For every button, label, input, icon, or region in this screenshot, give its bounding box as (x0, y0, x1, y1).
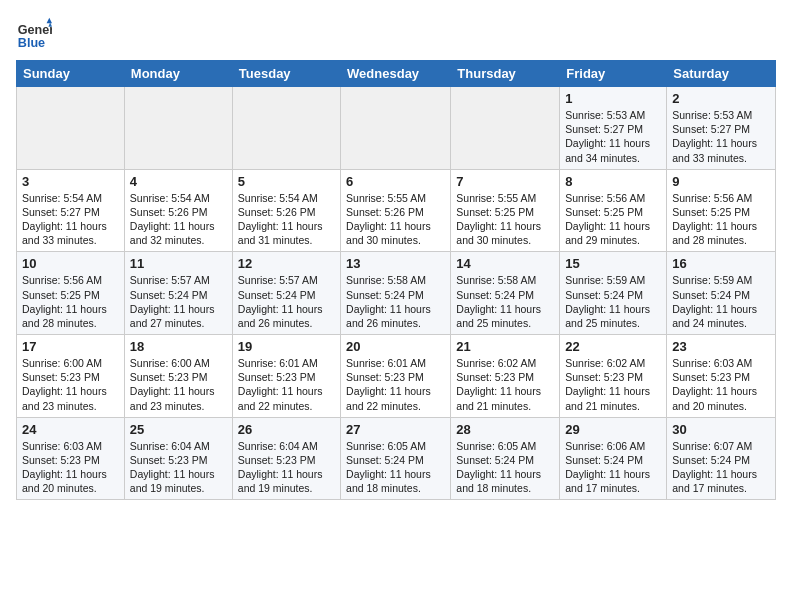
calendar-week-row: 24Sunrise: 6:03 AM Sunset: 5:23 PM Dayli… (17, 417, 776, 500)
calendar-cell: 11Sunrise: 5:57 AM Sunset: 5:24 PM Dayli… (124, 252, 232, 335)
calendar-cell: 22Sunrise: 6:02 AM Sunset: 5:23 PM Dayli… (560, 335, 667, 418)
calendar-cell: 29Sunrise: 6:06 AM Sunset: 5:24 PM Dayli… (560, 417, 667, 500)
logo: General Blue (16, 16, 56, 52)
calendar-body: 1Sunrise: 5:53 AM Sunset: 5:27 PM Daylig… (17, 87, 776, 500)
svg-text:Blue: Blue (18, 36, 45, 50)
weekday-header: Monday (124, 61, 232, 87)
day-info: Sunrise: 5:53 AM Sunset: 5:27 PM Dayligh… (672, 108, 770, 165)
day-number: 4 (130, 174, 227, 189)
calendar-week-row: 17Sunrise: 6:00 AM Sunset: 5:23 PM Dayli… (17, 335, 776, 418)
weekday-header: Thursday (451, 61, 560, 87)
day-number: 11 (130, 256, 227, 271)
calendar-cell: 3Sunrise: 5:54 AM Sunset: 5:27 PM Daylig… (17, 169, 125, 252)
day-number: 20 (346, 339, 445, 354)
day-info: Sunrise: 6:03 AM Sunset: 5:23 PM Dayligh… (672, 356, 770, 413)
day-number: 17 (22, 339, 119, 354)
day-info: Sunrise: 6:02 AM Sunset: 5:23 PM Dayligh… (456, 356, 554, 413)
day-number: 14 (456, 256, 554, 271)
weekday-header: Saturday (667, 61, 776, 87)
day-info: Sunrise: 5:54 AM Sunset: 5:26 PM Dayligh… (130, 191, 227, 248)
day-number: 25 (130, 422, 227, 437)
day-number: 9 (672, 174, 770, 189)
day-number: 3 (22, 174, 119, 189)
day-info: Sunrise: 5:54 AM Sunset: 5:27 PM Dayligh… (22, 191, 119, 248)
day-number: 13 (346, 256, 445, 271)
day-info: Sunrise: 6:06 AM Sunset: 5:24 PM Dayligh… (565, 439, 661, 496)
calendar-cell: 5Sunrise: 5:54 AM Sunset: 5:26 PM Daylig… (232, 169, 340, 252)
day-number: 6 (346, 174, 445, 189)
day-info: Sunrise: 6:07 AM Sunset: 5:24 PM Dayligh… (672, 439, 770, 496)
day-info: Sunrise: 6:05 AM Sunset: 5:24 PM Dayligh… (346, 439, 445, 496)
calendar-cell: 15Sunrise: 5:59 AM Sunset: 5:24 PM Dayli… (560, 252, 667, 335)
calendar-cell (124, 87, 232, 170)
day-info: Sunrise: 6:01 AM Sunset: 5:23 PM Dayligh… (238, 356, 335, 413)
calendar-cell: 2Sunrise: 5:53 AM Sunset: 5:27 PM Daylig… (667, 87, 776, 170)
page-header: General Blue (16, 16, 776, 52)
day-info: Sunrise: 5:58 AM Sunset: 5:24 PM Dayligh… (346, 273, 445, 330)
day-info: Sunrise: 6:00 AM Sunset: 5:23 PM Dayligh… (22, 356, 119, 413)
day-number: 29 (565, 422, 661, 437)
day-info: Sunrise: 5:56 AM Sunset: 5:25 PM Dayligh… (22, 273, 119, 330)
day-info: Sunrise: 6:04 AM Sunset: 5:23 PM Dayligh… (238, 439, 335, 496)
day-number: 19 (238, 339, 335, 354)
day-info: Sunrise: 5:56 AM Sunset: 5:25 PM Dayligh… (565, 191, 661, 248)
day-number: 15 (565, 256, 661, 271)
calendar-cell: 30Sunrise: 6:07 AM Sunset: 5:24 PM Dayli… (667, 417, 776, 500)
calendar-cell: 12Sunrise: 5:57 AM Sunset: 5:24 PM Dayli… (232, 252, 340, 335)
calendar-cell: 28Sunrise: 6:05 AM Sunset: 5:24 PM Dayli… (451, 417, 560, 500)
day-info: Sunrise: 5:59 AM Sunset: 5:24 PM Dayligh… (672, 273, 770, 330)
day-info: Sunrise: 5:54 AM Sunset: 5:26 PM Dayligh… (238, 191, 335, 248)
day-number: 2 (672, 91, 770, 106)
calendar-cell (232, 87, 340, 170)
calendar-cell: 20Sunrise: 6:01 AM Sunset: 5:23 PM Dayli… (341, 335, 451, 418)
day-info: Sunrise: 5:55 AM Sunset: 5:26 PM Dayligh… (346, 191, 445, 248)
calendar-cell: 27Sunrise: 6:05 AM Sunset: 5:24 PM Dayli… (341, 417, 451, 500)
calendar-cell: 24Sunrise: 6:03 AM Sunset: 5:23 PM Dayli… (17, 417, 125, 500)
day-info: Sunrise: 6:00 AM Sunset: 5:23 PM Dayligh… (130, 356, 227, 413)
day-info: Sunrise: 5:57 AM Sunset: 5:24 PM Dayligh… (238, 273, 335, 330)
day-info: Sunrise: 6:01 AM Sunset: 5:23 PM Dayligh… (346, 356, 445, 413)
calendar-week-row: 1Sunrise: 5:53 AM Sunset: 5:27 PM Daylig… (17, 87, 776, 170)
day-number: 8 (565, 174, 661, 189)
calendar-cell: 7Sunrise: 5:55 AM Sunset: 5:25 PM Daylig… (451, 169, 560, 252)
day-info: Sunrise: 6:05 AM Sunset: 5:24 PM Dayligh… (456, 439, 554, 496)
day-number: 23 (672, 339, 770, 354)
calendar-cell: 23Sunrise: 6:03 AM Sunset: 5:23 PM Dayli… (667, 335, 776, 418)
logo-icon: General Blue (16, 16, 52, 52)
day-number: 27 (346, 422, 445, 437)
day-number: 12 (238, 256, 335, 271)
calendar-week-row: 3Sunrise: 5:54 AM Sunset: 5:27 PM Daylig… (17, 169, 776, 252)
day-number: 28 (456, 422, 554, 437)
day-number: 21 (456, 339, 554, 354)
calendar-cell: 18Sunrise: 6:00 AM Sunset: 5:23 PM Dayli… (124, 335, 232, 418)
calendar-cell: 17Sunrise: 6:00 AM Sunset: 5:23 PM Dayli… (17, 335, 125, 418)
calendar-cell: 1Sunrise: 5:53 AM Sunset: 5:27 PM Daylig… (560, 87, 667, 170)
svg-marker-2 (47, 18, 52, 23)
weekday-header: Wednesday (341, 61, 451, 87)
day-number: 26 (238, 422, 335, 437)
day-info: Sunrise: 5:53 AM Sunset: 5:27 PM Dayligh… (565, 108, 661, 165)
calendar-cell: 19Sunrise: 6:01 AM Sunset: 5:23 PM Dayli… (232, 335, 340, 418)
day-info: Sunrise: 5:58 AM Sunset: 5:24 PM Dayligh… (456, 273, 554, 330)
day-info: Sunrise: 5:57 AM Sunset: 5:24 PM Dayligh… (130, 273, 227, 330)
weekday-header: Tuesday (232, 61, 340, 87)
weekday-header: Sunday (17, 61, 125, 87)
day-number: 7 (456, 174, 554, 189)
calendar-cell: 10Sunrise: 5:56 AM Sunset: 5:25 PM Dayli… (17, 252, 125, 335)
calendar-week-row: 10Sunrise: 5:56 AM Sunset: 5:25 PM Dayli… (17, 252, 776, 335)
calendar-cell: 8Sunrise: 5:56 AM Sunset: 5:25 PM Daylig… (560, 169, 667, 252)
calendar-cell: 14Sunrise: 5:58 AM Sunset: 5:24 PM Dayli… (451, 252, 560, 335)
day-info: Sunrise: 6:04 AM Sunset: 5:23 PM Dayligh… (130, 439, 227, 496)
day-number: 5 (238, 174, 335, 189)
day-number: 24 (22, 422, 119, 437)
weekday-header: Friday (560, 61, 667, 87)
calendar-cell (451, 87, 560, 170)
day-number: 10 (22, 256, 119, 271)
day-info: Sunrise: 6:02 AM Sunset: 5:23 PM Dayligh… (565, 356, 661, 413)
day-number: 1 (565, 91, 661, 106)
calendar-cell: 26Sunrise: 6:04 AM Sunset: 5:23 PM Dayli… (232, 417, 340, 500)
calendar-cell: 6Sunrise: 5:55 AM Sunset: 5:26 PM Daylig… (341, 169, 451, 252)
calendar-cell: 21Sunrise: 6:02 AM Sunset: 5:23 PM Dayli… (451, 335, 560, 418)
calendar-cell: 16Sunrise: 5:59 AM Sunset: 5:24 PM Dayli… (667, 252, 776, 335)
day-info: Sunrise: 5:56 AM Sunset: 5:25 PM Dayligh… (672, 191, 770, 248)
